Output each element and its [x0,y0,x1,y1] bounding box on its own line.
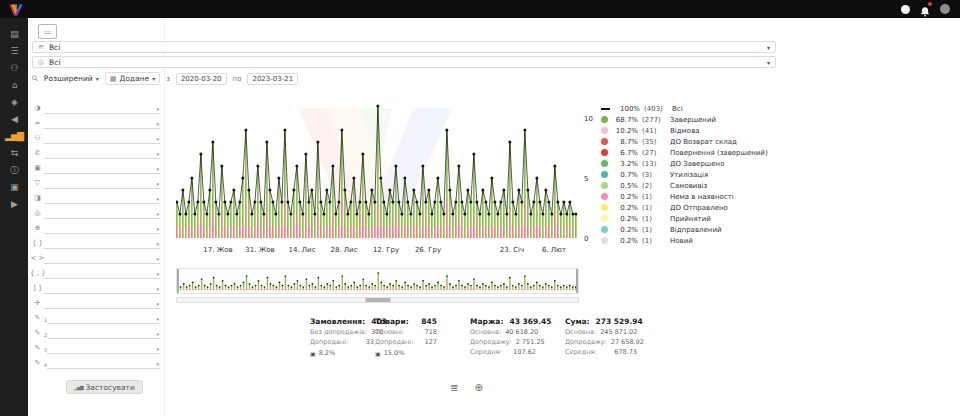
filter-field-braces-select[interactable]: { } [30,238,160,248]
filter-field-cross-select[interactable]: ✛ [30,298,160,308]
legend-item[interactable]: 100% (403) Всі [601,103,779,114]
legend-item[interactable]: 0.2% (1) ДО Отправлено [601,202,779,213]
filter-field-tags-select[interactable]: < > [30,253,160,263]
sidebar-item-inventory[interactable]: ▣ [0,179,28,196]
legend-item[interactable]: 0.2% (1) Новий [601,235,779,246]
filter-field-array-select[interactable]: [ ] [30,283,160,293]
legend-swatch-icon [601,149,608,156]
stat-total-sum: Сума:273 529.94 Основна:245 871.02 Допро… [565,317,637,358]
legend-percent: 0.7% [612,171,638,179]
sidebar-item-dashboard[interactable]: ▤ [0,26,28,43]
user-avatar-icon[interactable] [940,4,950,14]
legend-swatch-icon [601,193,608,200]
legend-item[interactable]: 8.7% (35) ДО Возврат склад [601,136,779,147]
sidebar-item-marketing[interactable]: ◀ [0,111,28,128]
filter-row-select[interactable] [44,103,160,114]
legend-count: (41) [642,127,670,135]
globe-toggle-icon[interactable]: ⊕ [474,383,482,393]
filter-row-select[interactable] [44,298,160,309]
legend-item[interactable]: 0.2% (1) Нема в наявності [601,191,779,202]
filter-row-select[interactable] [44,118,160,129]
filter-custom-field-4-select[interactable]: ✎4 [30,358,160,368]
legend-percent: 0.2% [612,193,638,201]
orders-timeline-chart[interactable]: 051017. Жов31. Жов14. Лис28. Лис12. Гру2… [176,96,596,256]
scrollbar-thumb[interactable] [365,298,391,302]
filter-row-select[interactable] [44,163,160,174]
date-filter-row: ⚲ Розширений ▦ Додане з 2020-03-20 по 20… [32,72,298,85]
sidebar-item-orders[interactable]: ☰ [0,43,28,60]
date-field-select[interactable]: ▦ Додане [105,72,160,85]
filter-row-select[interactable] [47,343,160,354]
global-filter-select-1[interactable]: ≋ Всі [32,41,776,53]
sidebar-item-shop[interactable]: ⌂ [0,77,28,94]
filter-row-select[interactable] [44,148,160,159]
sidebar-item-products[interactable]: ◈ [0,94,28,111]
filter-row-select[interactable] [44,268,160,279]
filter-row-icon: ≈ [30,119,45,127]
filter-custom-field-2-select[interactable]: ✎2 [30,328,160,338]
filter-funnel-select[interactable]: ▽ [30,178,160,188]
filter-row-select[interactable] [44,283,160,294]
filter-row-select[interactable] [44,208,160,219]
theme-toggle-icon[interactable] [901,5,910,14]
sidebar-item-analytics[interactable]: ▂▅▇ [0,128,28,145]
legend-item[interactable]: 68.7% (277) Завершений [601,114,779,125]
filter-row-select[interactable] [44,133,160,144]
filter-custom-field-1-select[interactable]: ✎1 [30,313,160,323]
filter-phone-select[interactable]: ✆ [30,148,160,158]
legend-label: Всі [672,105,683,113]
filter-region-select[interactable]: ⊕ [30,223,160,233]
filter-row-icon: { ; } [30,269,45,277]
filter-row-select[interactable] [44,223,160,234]
stat-title: Сума: [565,317,590,326]
chart-navigator[interactable] [176,268,579,294]
legend-item[interactable]: 6.7% (27) Повернення (завершений) [601,147,779,158]
display-mode-button[interactable]: ▭ [38,24,57,39]
filter-warehouse-select[interactable]: ◨ [30,193,160,203]
date-from-input[interactable]: 2020-03-20 [176,73,227,85]
list-toggle-icon[interactable]: ≣ [450,383,458,393]
date-to-input[interactable]: 2023-03-21 [247,73,298,85]
global-filter-select-2[interactable]: ◎ Всі [32,56,776,68]
filter-row-select[interactable] [44,253,160,264]
filter-row-select[interactable] [44,238,160,249]
filter-field-json-select[interactable]: { ; } [30,268,160,278]
filter-row-select[interactable] [47,328,160,339]
legend-label: Відмова [670,127,700,135]
chart-legend: 100% (403) Всі 68.7% (277) Завершений 10… [601,103,779,246]
legend-label: Самовивіз [670,182,707,190]
legend-count: (1) [642,193,670,201]
legend-percent: 0.2% [612,226,638,234]
filter-custom-field-3-select[interactable]: ✎3 [30,343,160,353]
legend-swatch-icon [601,108,610,110]
filter-manager-select[interactable]: ⚇ [30,133,160,143]
legend-item[interactable]: 0.7% (3) Утилізація [601,169,779,180]
filter-product-select[interactable]: ▣ [30,163,160,173]
legend-item[interactable]: 0.2% (1) Прийнятий [601,213,779,224]
mode-select[interactable]: Розширений [44,74,99,83]
svg-text:31. Жов: 31. Жов [245,246,274,254]
legend-count: (403) [644,105,672,113]
legend-item[interactable]: 10.2% (41) Відмова [601,125,779,136]
filter-source-select[interactable]: ◑ [30,103,160,113]
legend-item[interactable]: 0.5% (2) Самовивіз [601,180,779,191]
sidebar-item-customers[interactable]: ⚇ [0,60,28,77]
brand-logo-icon[interactable] [8,2,24,16]
sidebar-item-media[interactable]: ▶ [0,196,28,213]
legend-item[interactable]: 0.2% (1) Відправлений [601,224,779,235]
sidebar-item-integrations[interactable]: ⇆ [0,145,28,162]
filter-row-select[interactable] [47,313,160,324]
legend-item[interactable]: 3.2% (13) ДО Завершено [601,158,779,169]
filter-row-select[interactable] [44,193,160,204]
filter-row-select[interactable] [44,178,160,189]
filter-flow-select[interactable]: ≈ [30,118,160,128]
filter-row-select[interactable] [47,358,160,369]
search-icon[interactable]: ⚲ [30,73,41,84]
filter-target-select[interactable]: ◎ [30,208,160,218]
sidebar-item-info[interactable]: ⓘ [0,162,28,179]
legend-swatch-icon [601,171,608,178]
apply-filters-button[interactable]: ▁▄▆ Застосувати [66,380,143,394]
chart-scrollbar[interactable] [176,297,579,303]
svg-text:26. Гру: 26. Гру [415,246,441,254]
notifications-bell-icon[interactable] [919,3,931,15]
